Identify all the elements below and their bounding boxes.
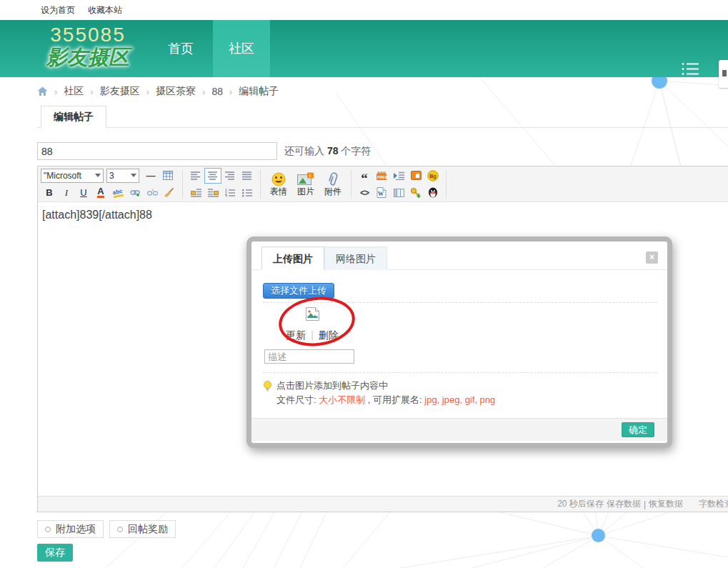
unordered-list-icon — [242, 189, 252, 197]
breadcrumb-item-board[interactable]: 摄区茶寮 — [156, 85, 196, 98]
unlink-button[interactable] — [144, 185, 161, 201]
free-tag-button[interactable]: FREE — [373, 168, 390, 184]
dialog-footer: 确定 — [251, 418, 667, 441]
breadcrumb-separator: › — [146, 86, 149, 97]
link-icon — [130, 189, 141, 197]
font-family-value: "Microsoft — [44, 171, 81, 181]
quote-button[interactable]: “ — [356, 168, 373, 184]
nav-item-home[interactable]: 首页 — [152, 20, 209, 77]
set-homepage-link[interactable]: 设为首页 — [41, 4, 75, 16]
attachment-label: 附件 — [324, 187, 341, 196]
dialog-close-button[interactable]: × — [646, 251, 658, 264]
tip-line-2: 文件尺寸: 大小不限制 , 可用扩展名: jpg, jpeg, gif, png — [276, 393, 495, 407]
toggle-dot-icon — [117, 527, 123, 532]
font-size-select[interactable]: 3 — [106, 169, 139, 183]
menu-icon[interactable] — [682, 62, 702, 76]
image-button[interactable]: i 图片 — [292, 169, 319, 200]
bookmark-site-link[interactable]: 收藏本站 — [88, 4, 122, 16]
code-button[interactable]: <> — [356, 185, 373, 201]
reply-reward-label: 回帖奖励 — [128, 523, 168, 536]
svg-text:3: 3 — [225, 194, 227, 197]
bg-color-button[interactable]: Bg — [424, 168, 442, 184]
extra-options-label: 附加选项 — [56, 523, 96, 536]
toolbar-divider — [351, 170, 351, 199]
tip-line-1: 点击图片添加到帖子内容中 — [276, 379, 495, 393]
breadcrumb-separator: › — [54, 86, 57, 97]
emoticon-button[interactable]: 表情 — [265, 169, 292, 200]
font-color-icon: A — [97, 187, 104, 198]
password-button[interactable] — [407, 185, 424, 201]
word-check-link[interactable]: 字数检查 — [699, 498, 728, 510]
tab-upload-image[interactable]: 上传图片 — [261, 246, 324, 270]
tab-edit-post[interactable]: 编辑帖子 — [41, 106, 106, 128]
underline-button[interactable]: U — [75, 185, 92, 201]
save-post-button[interactable]: 保存 — [37, 544, 73, 562]
breadcrumb-item-community[interactable]: 社区 — [64, 85, 84, 98]
clear-format-button[interactable] — [161, 185, 178, 201]
title-row: 还可输入 78 个字符 — [37, 142, 371, 160]
horizontal-rule-button[interactable]: — — [142, 168, 159, 184]
dashed-divider — [263, 372, 657, 373]
indent-increase-button[interactable] — [204, 185, 221, 201]
qq-penguin-icon — [428, 187, 438, 198]
bold-icon: B — [46, 187, 52, 198]
tab-network-image[interactable]: 网络图片 — [324, 246, 387, 270]
bold-button[interactable]: B — [41, 185, 58, 201]
align-justify-icon — [242, 171, 252, 180]
font-family-select[interactable]: "Microsoft — [41, 169, 104, 183]
editor-toolbar: "Microsoft 3 — B — [38, 166, 728, 202]
chars-remaining-hint: 还可输入 78 个字符 — [284, 145, 371, 158]
qq-video-button[interactable] — [424, 185, 442, 201]
float-button[interactable] — [390, 168, 407, 184]
logo-name: 影友摄区 — [41, 46, 134, 69]
breadcrumb-separator: › — [90, 86, 93, 97]
align-left-icon — [191, 171, 201, 180]
lightbulb-icon — [263, 381, 272, 393]
word-paste-button[interactable]: W — [373, 185, 390, 201]
extra-options-toggle[interactable]: 附加选项 — [37, 520, 104, 538]
insert-link-button[interactable] — [126, 185, 144, 201]
svg-text:i: i — [309, 173, 311, 179]
italic-button[interactable]: I — [58, 185, 75, 201]
align-center-button[interactable] — [204, 168, 221, 184]
image-description-input[interactable] — [264, 349, 354, 364]
site-logo[interactable]: 355085 影友摄区 — [41, 24, 134, 69]
site-header: 355085 影友摄区 首页 社区 — [0, 20, 728, 77]
breadcrumb-item-thread[interactable]: 88 — [211, 86, 223, 97]
emoticon-label: 表情 — [270, 187, 287, 196]
breadcrumb-item-forum[interactable]: 影友摄区 — [100, 85, 140, 98]
toggle-dot-icon — [45, 527, 51, 532]
hide-content-button[interactable] — [407, 168, 424, 184]
highlight-button[interactable]: abc — [109, 185, 126, 201]
post-title-input[interactable] — [37, 142, 277, 160]
close-icon: × — [649, 252, 654, 262]
logo-number: 355085 — [41, 24, 134, 46]
indent-decrease-button[interactable] — [187, 185, 204, 201]
table-layout-button[interactable] — [390, 185, 407, 201]
search-box-partial[interactable] — [719, 60, 728, 88]
columns-icon — [394, 189, 404, 197]
ordered-list-button[interactable]: 123 — [221, 185, 239, 201]
home-icon[interactable] — [37, 86, 48, 96]
word-doc-icon: W — [377, 187, 387, 198]
breadcrumb-separator: › — [202, 86, 205, 97]
post-options-row: 附加选项 回帖奖励 — [37, 520, 176, 538]
unordered-list-button[interactable] — [239, 185, 256, 201]
reply-reward-toggle[interactable]: 回帖奖励 — [109, 520, 176, 538]
broom-icon — [164, 188, 174, 197]
dialog-tabs: 上传图片 网络图片 — [251, 246, 667, 270]
align-left-button[interactable] — [187, 168, 204, 184]
dropdown-arrow-icon — [95, 174, 101, 177]
nav-item-community[interactable]: 社区 — [213, 20, 270, 77]
smiley-icon — [271, 172, 286, 186]
statusbar-separator: | — [644, 499, 646, 509]
attachment-button[interactable]: 附件 — [319, 169, 346, 200]
align-right-button[interactable] — [221, 168, 239, 184]
restore-data-link[interactable]: 恢复数据 — [649, 498, 683, 510]
align-justify-button[interactable] — [239, 168, 256, 184]
font-color-button[interactable]: A — [92, 185, 109, 201]
confirm-button[interactable]: 确定 — [622, 422, 654, 437]
editor-statusbar: 20 秒后保存 保存数据 | 恢复数据 字数检查 — [38, 496, 728, 512]
save-data-link[interactable]: 保存数据 — [607, 498, 641, 510]
insert-table-button[interactable] — [159, 168, 176, 184]
